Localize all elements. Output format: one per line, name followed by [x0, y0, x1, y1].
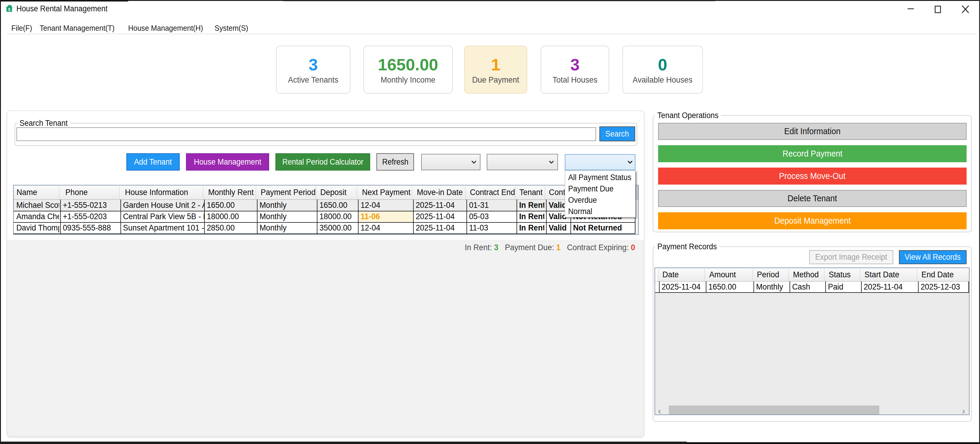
svg-text:$: $ — [8, 7, 10, 12]
